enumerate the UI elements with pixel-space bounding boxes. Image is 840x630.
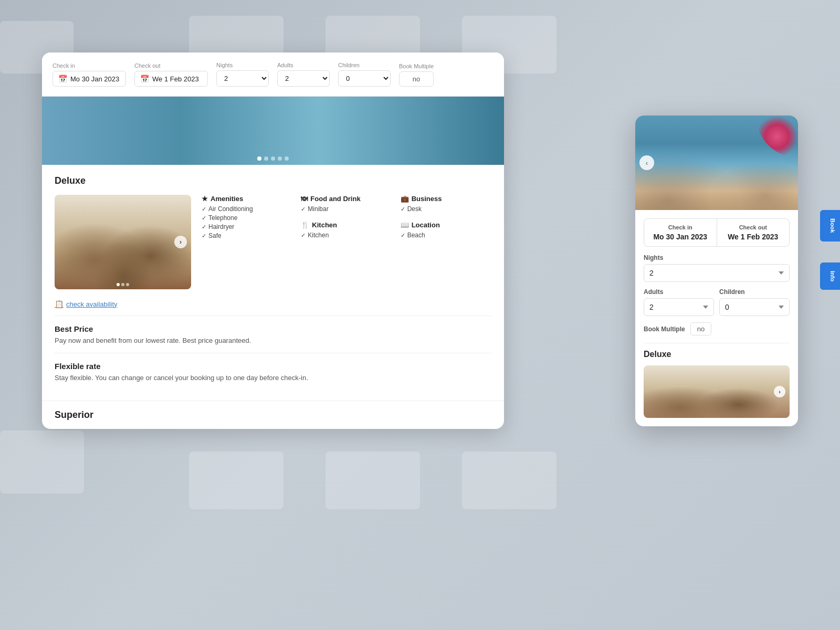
amenity-safe: ✓ Safe <box>202 232 292 239</box>
right-panel-room-img-next-button[interactable]: › <box>774 386 785 397</box>
amenity-group-title-food: 🍽 Food and Drink <box>301 195 392 203</box>
amenities-grid: ★ Amenities ✓ Air Conditioning ✓ Telepho… <box>202 195 491 239</box>
right-panel-children-label: Children <box>719 288 790 296</box>
right-panel-dates: Check in Mo 30 Jan 2023 Check out We 1 F… <box>644 218 790 247</box>
room-img-dot-2 <box>121 283 124 286</box>
adults-select[interactable]: 2 <box>277 70 330 87</box>
kitchen-icon: 🍴 <box>301 221 309 229</box>
book-multiple-field: Book Multiple no <box>399 63 434 87</box>
right-panel-divider <box>644 343 790 343</box>
right-panel-book-multiple-label: Book Multiple <box>644 326 685 333</box>
check-out-label: Check out <box>134 62 208 69</box>
superior-section-title: Superior <box>42 401 504 429</box>
amenity-air-conditioning: ✓ Air Conditioning <box>202 205 292 213</box>
calendar-icon: 📅 <box>58 75 67 83</box>
room-section-title: Deluxe <box>55 175 491 186</box>
children-select[interactable]: 0 <box>338 70 391 87</box>
bg-ghost-8 <box>462 452 556 509</box>
amenity-group-business: 💼 Business ✓ Desk 📖 Location <box>401 195 491 239</box>
action-button-2[interactable]: Info <box>820 262 840 290</box>
right-panel-check-in-value: Mo 30 Jan 2023 <box>650 233 710 241</box>
search-bar: Check in 📅 Mo 30 Jan 2023 Check out 📅 We… <box>42 52 504 97</box>
check-in-label: Check in <box>52 62 126 69</box>
right-panel-check-in-cell[interactable]: Check in Mo 30 Jan 2023 <box>644 219 717 246</box>
hero-dot-1 <box>257 156 261 161</box>
amenity-hairdryer: ✓ Hairdryer <box>202 223 292 230</box>
right-panel-hero-prev-button[interactable]: ‹ <box>639 155 654 170</box>
amenity-minibar: ✓ Minibar <box>301 205 392 213</box>
right-panel-body: Check in Mo 30 Jan 2023 Check out We 1 F… <box>635 210 798 426</box>
check-in-input[interactable]: 📅 Mo 30 Jan 2023 <box>52 71 126 87</box>
room-img-dot-1 <box>117 283 120 286</box>
amenity-kitchen: ✓ Kitchen <box>301 232 392 239</box>
right-panel-hero: ‹ <box>635 116 798 210</box>
right-panel-book-multiple-row: Book Multiple no <box>644 322 790 335</box>
amenity-group-title-location: 📖 Location <box>401 221 491 229</box>
right-panel-room-title: Deluxe <box>644 350 790 359</box>
nights-label: Nights <box>216 62 269 68</box>
amenity-group-title-amenities: ★ Amenities <box>202 195 292 203</box>
food-icon: 🍽 <box>301 195 308 203</box>
bg-ghost-7 <box>326 452 420 509</box>
nights-field: Nights 2 <box>216 62 269 87</box>
hero-dot-4 <box>278 156 282 161</box>
calendar-icon-2: 📅 <box>140 75 149 83</box>
room-furniture-bg <box>55 195 191 289</box>
children-field: Children 0 <box>338 62 391 87</box>
right-panel-check-out-cell[interactable]: Check out We 1 Feb 2023 <box>717 219 790 246</box>
right-panel-adults-select[interactable]: 2 <box>644 298 714 316</box>
rate-flexible: Flexible rate Stay flexible. You can cha… <box>55 353 491 390</box>
adults-field: Adults 2 <box>277 62 330 87</box>
right-panel-room-img-bg <box>644 365 790 418</box>
rate-best-price-title: Best Price <box>55 324 491 333</box>
link-icon: 📋 <box>55 300 64 308</box>
amenity-group-food: 🍽 Food and Drink ✓ Minibar 🍴 Kitchen <box>301 195 392 239</box>
check-out-field: Check out 📅 We 1 Feb 2023 <box>134 62 208 87</box>
book-multiple-button[interactable]: no <box>399 71 434 87</box>
right-panel-guests-row: Adults 2 Children 0 <box>644 288 790 316</box>
right-panel-children-field: Children 0 <box>719 288 790 316</box>
hero-dot-3 <box>271 156 275 161</box>
hero-dot-2 <box>264 156 268 161</box>
room-card-deluxe: › ★ Amenities <box>55 195 491 289</box>
amenity-desk: ✓ Desk <box>401 205 491 213</box>
amenity-telephone: ✓ Telephone <box>202 214 292 222</box>
right-panel-adults-label: Adults <box>644 288 714 296</box>
amenity-group-title-kitchen: 🍴 Kitchen <box>301 221 392 229</box>
action-button-1[interactable]: Book <box>820 210 840 242</box>
adults-label: Adults <box>277 62 330 68</box>
right-panel-adults-field: Adults 2 <box>644 288 714 316</box>
right-panel-nights-select[interactable]: 2 <box>644 264 790 282</box>
rate-flexible-desc: Stay flexible. You can change or cancel … <box>55 374 491 382</box>
content-area: Deluxe › ★ <box>42 165 504 401</box>
right-panel-check-out-value: We 1 Feb 2023 <box>723 233 783 241</box>
book-multiple-label: Book Multiple <box>399 63 434 69</box>
bg-ghost-5 <box>0 430 84 494</box>
check-out-input[interactable]: 📅 We 1 Feb 2023 <box>134 71 208 87</box>
room-image-next-button[interactable]: › <box>174 236 187 248</box>
main-booking-panel: Check in 📅 Mo 30 Jan 2023 Check out 📅 We… <box>42 52 504 429</box>
check-availability-link[interactable]: 📋 check availability <box>55 300 491 308</box>
right-panel-nights-field: Nights 2 <box>644 254 790 282</box>
amenity-group-title-business: 💼 Business <box>401 195 491 203</box>
rate-best-price: Best Price Pay now and benefit from our … <box>55 316 491 353</box>
business-icon: 💼 <box>401 195 409 203</box>
hero-dot-5 <box>285 156 289 161</box>
right-panel-book-multiple-button[interactable]: no <box>690 322 711 335</box>
right-panel-check-in-label: Check in <box>650 224 710 230</box>
check-in-value: Mo 30 Jan 2023 <box>70 75 119 83</box>
hero-image <box>42 97 504 165</box>
location-icon: 📖 <box>401 221 409 229</box>
right-panel-children-select[interactable]: 0 <box>719 298 790 316</box>
bg-ghost-6 <box>189 452 284 509</box>
right-detail-panel: ‹ Check in Mo 30 Jan 2023 Check out We 1… <box>635 116 798 426</box>
room-details: ★ Amenities ✓ Air Conditioning ✓ Telepho… <box>202 195 491 289</box>
nights-select[interactable]: 2 <box>216 70 269 87</box>
children-label: Children <box>338 62 391 68</box>
star-icon: ★ <box>202 195 208 203</box>
right-panel-room-image: › <box>644 365 790 418</box>
rate-best-price-desc: Pay now and benefit from our lowest rate… <box>55 337 491 344</box>
right-panel-nights-label: Nights <box>644 254 790 261</box>
right-panel-check-out-label: Check out <box>723 224 783 230</box>
check-in-field: Check in 📅 Mo 30 Jan 2023 <box>52 62 126 87</box>
